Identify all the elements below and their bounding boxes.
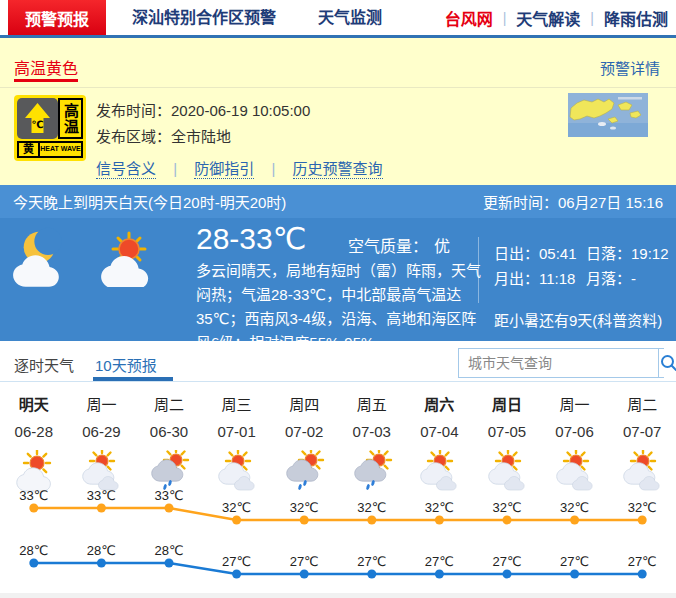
moonset-value: - <box>631 270 636 287</box>
footer-bar <box>0 593 676 598</box>
link-typhoon-net[interactable]: 台风网 <box>445 6 493 30</box>
tab-ten-day-forecast[interactable]: 10天预报 <box>95 354 157 375</box>
day-label: 周五 <box>338 393 406 414</box>
nav-left: 预警预报 深汕特别合作区预警 天气监测 <box>0 0 412 35</box>
divider <box>0 87 676 88</box>
moon-cloud-icon <box>12 225 82 287</box>
day-label: 周日 <box>473 393 541 414</box>
forecast-column[interactable]: 周六07-04 <box>406 387 474 494</box>
date-label: 06-29 <box>68 423 136 440</box>
tab-warning-forecast[interactable]: 预警预报 <box>8 0 106 35</box>
forecast-column[interactable]: 周三07-01 <box>203 387 271 494</box>
date-label: 07-01 <box>203 423 271 440</box>
link-signal-meaning[interactable]: 信号含义 <box>96 160 156 179</box>
forecast-column[interactable]: 周一06-29 <box>68 387 136 494</box>
svg-text:27℃: 27℃ <box>628 554 657 569</box>
publish-area-label: 发布区域： <box>96 128 171 145</box>
svg-text:28℃: 28℃ <box>87 543 116 558</box>
forecast-column[interactable]: 周二06-30 <box>135 387 203 494</box>
date-label: 06-30 <box>135 423 203 440</box>
day-label: 周一 <box>68 393 136 414</box>
date-label: 07-03 <box>338 423 406 440</box>
air-quality: 空气质量：优 <box>348 233 450 257</box>
top-nav: 预警预报 深汕特别合作区预警 天气监测 台风网 | 天气解读 | 降雨估测 <box>0 0 676 38</box>
nav-separator: | <box>590 10 594 26</box>
svg-text:27℃: 27℃ <box>425 554 454 569</box>
moonset-label: 月落： <box>586 270 631 287</box>
warning-level-label: 黄 <box>17 141 40 158</box>
heat-wave-warning-icon: ℃ 高温 黄 HEAT WAVE <box>14 95 86 161</box>
warning-level-tab[interactable]: 高温黄色 <box>14 55 78 79</box>
update-time-value: 06月27日 15:16 <box>558 194 663 211</box>
day-label: 周四 <box>270 393 338 414</box>
forecast-column[interactable]: 周四07-02 <box>270 387 338 494</box>
sunset-label: 日落： <box>586 245 631 262</box>
forecast-period-bar: 今天晚上到明天白天(今日20时-明天20时) 更新时间：06月27日 15:16 <box>0 185 676 218</box>
date-label: 07-05 <box>473 423 541 440</box>
moonrise-label: 月出： <box>494 270 539 287</box>
celsius-symbol: ℃ <box>31 119 43 130</box>
divider <box>0 381 676 382</box>
svg-text:32℃: 32℃ <box>628 500 657 515</box>
warning-coverage-map[interactable] <box>568 93 648 137</box>
link-rainfall-estimate[interactable]: 降雨估测 <box>604 6 668 30</box>
link-weather-interpretation[interactable]: 天气解读 <box>516 6 580 30</box>
ten-day-forecast-section: 逐时天气 10天预报 明天06-28 周一06-29 周二06-30 周三07-… <box>0 341 676 598</box>
date-label: 06-28 <box>0 423 68 440</box>
link-history-warning-query[interactable]: 历史预警查询 <box>293 160 383 179</box>
svg-text:27℃: 27℃ <box>560 554 589 569</box>
day-label: 周一 <box>541 393 609 414</box>
svg-text:32℃: 32℃ <box>560 500 589 515</box>
forecast-column[interactable]: 周五07-03 <box>338 387 406 494</box>
warning-info: 发布时间：2020-06-19 10:05:00 发布区域：全市陆地 <box>96 98 310 150</box>
svg-text:32℃: 32℃ <box>425 500 454 515</box>
update-time-label: 更新时间： <box>483 194 558 211</box>
day-label: 明天 <box>0 393 68 414</box>
warning-tab-underline <box>14 79 78 82</box>
warning-details-link[interactable]: 预警详情 <box>600 57 660 78</box>
link-defense-guide[interactable]: 防御指引 <box>194 160 254 179</box>
svg-text:33℃: 33℃ <box>87 488 116 503</box>
sunrise-label: 日出： <box>494 245 539 262</box>
weather-page: 预警预报 深汕特别合作区预警 天气监测 台风网 | 天气解读 | 降雨估测 高温… <box>0 0 676 598</box>
svg-text:27℃: 27℃ <box>222 554 251 569</box>
svg-text:27℃: 27℃ <box>492 554 521 569</box>
tab-hourly-weather[interactable]: 逐时天气 <box>14 354 74 375</box>
link-separator: | <box>173 160 177 177</box>
city-weather-search <box>458 348 664 378</box>
temperature-range: 28-33℃ <box>196 221 306 256</box>
day-label: 周二 <box>135 393 203 414</box>
tab-shenshan-zone-warning[interactable]: 深汕特别合作区预警 <box>120 0 288 35</box>
forecast-columns: 明天06-28 周一06-29 周二06-30 周三07-01 周四07-02 … <box>0 387 676 494</box>
date-label: 07-06 <box>541 423 609 440</box>
air-quality-value: 优 <box>434 238 450 255</box>
warning-section: 高温黄色 预警详情 ℃ 高温 黄 HEAT WAVE 发布时间：2020-06-… <box>0 38 676 185</box>
search-button[interactable] <box>658 349 676 377</box>
svg-text:33℃: 33℃ <box>19 488 48 503</box>
forecast-column[interactable]: 周日07-05 <box>473 387 541 494</box>
moonrise-value: 11:18 <box>539 270 575 287</box>
solar-term-note[interactable]: 距小暑还有9天(科普资料) <box>494 309 662 330</box>
current-weather-icons <box>12 225 162 291</box>
sunset-value: 19:12 <box>631 245 669 262</box>
tab-weather-monitoring[interactable]: 天气监测 <box>306 0 394 35</box>
publish-area-value: 全市陆地 <box>171 128 231 145</box>
warning-name-label: 高温 <box>58 98 83 139</box>
sunrise-value: 05:41 <box>539 245 577 262</box>
svg-text:32℃: 32℃ <box>290 500 319 515</box>
day-label: 周六 <box>406 393 474 414</box>
date-label: 07-04 <box>406 423 474 440</box>
publish-time-value: 2020-06-19 10:05:00 <box>171 102 310 119</box>
svg-text:28℃: 28℃ <box>19 543 48 558</box>
forecast-column[interactable]: 周二07-07 <box>608 387 676 494</box>
air-quality-label: 空气质量： <box>348 238 428 255</box>
svg-text:33℃: 33℃ <box>154 488 183 503</box>
forecast-period: 今天晚上到明天白天(今日20时-明天20时) <box>13 191 286 212</box>
forecast-column[interactable]: 明天06-28 <box>0 387 68 494</box>
link-separator: | <box>271 160 275 177</box>
svg-text:27℃: 27℃ <box>290 554 319 569</box>
publish-time-label: 发布时间： <box>96 102 171 119</box>
forecast-column[interactable]: 周一07-06 <box>541 387 609 494</box>
search-input[interactable] <box>459 349 658 377</box>
day-label: 周二 <box>608 393 676 414</box>
